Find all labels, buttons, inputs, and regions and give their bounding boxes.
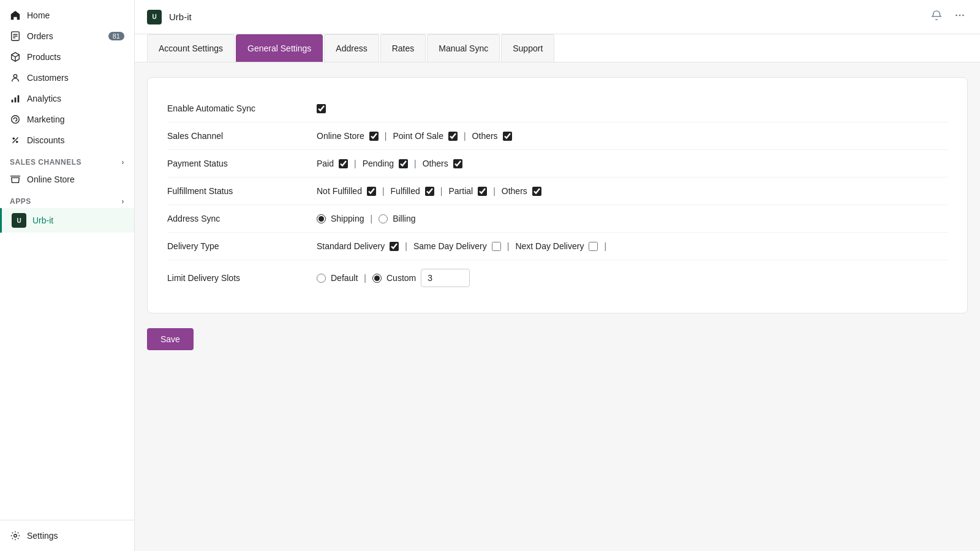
partial-checkbox[interactable] [478, 187, 487, 196]
sidebar-item-urb-it-label: Urb-it [32, 216, 53, 225]
products-icon [10, 51, 21, 62]
separator-4: | [414, 159, 417, 168]
sidebar-item-customers[interactable]: Customers [0, 67, 134, 88]
tab-rates[interactable]: Rates [380, 34, 426, 62]
not-fulfilled-text: Not Fulfilled [317, 186, 362, 196]
separator-5: | [382, 186, 385, 196]
standard-delivery-checkbox[interactable] [390, 242, 399, 251]
fulfillment-status-value: Not Fulfilled | Fulfilled | Partial | Ot… [317, 186, 541, 196]
limit-delivery-slots-label: Limit Delivery Slots [167, 273, 302, 283]
point-of-sale-text: Point Of Sale [393, 131, 443, 141]
online-store-checkbox[interactable] [369, 132, 379, 141]
same-day-delivery-text: Same Day Delivery [413, 241, 487, 251]
separator-7: | [493, 186, 496, 196]
payment-status-row: Payment Status Paid | Pending | Others [167, 150, 948, 178]
others-ps-checkbox[interactable] [453, 159, 462, 168]
sidebar-item-settings-label: Settings [27, 531, 58, 541]
sidebar-item-analytics-label: Analytics [27, 94, 61, 103]
sidebar-item-home-label: Home [27, 10, 50, 20]
address-sync-row: Address Sync Shipping | Billing [167, 205, 948, 233]
sidebar-item-orders[interactable]: Orders 81 [0, 26, 134, 47]
topbar-app-name: Urb-it [169, 12, 192, 22]
fulfilled-text: Fulfilled [391, 186, 420, 196]
others-sc-checkbox[interactable] [503, 132, 512, 141]
sidebar-item-analytics[interactable]: Analytics [0, 88, 134, 109]
online-store-text: Online Store [317, 131, 364, 141]
separator-10: | [507, 241, 510, 251]
svg-point-18 [962, 15, 964, 17]
sidebar-item-urb-it[interactable]: U Urb-it [0, 208, 134, 233]
sidebar-item-discounts[interactable]: Discounts [0, 130, 134, 151]
limit-delivery-slots-value: Default | Custom [317, 269, 470, 287]
custom-slots-input[interactable] [421, 269, 470, 287]
tab-general-settings[interactable]: General Settings [236, 34, 323, 62]
tab-account-settings[interactable]: Account Settings [147, 34, 235, 62]
address-sync-label: Address Sync [167, 214, 302, 223]
enable-automatic-sync-label: Enable Automatic Sync [167, 103, 302, 113]
sidebar-item-marketing-label: Marketing [27, 114, 64, 124]
enable-automatic-sync-value [317, 104, 326, 113]
tab-address[interactable]: Address [324, 34, 379, 62]
sales-channel-value: Online Store | Point Of Sale | Others [317, 131, 512, 141]
sidebar-item-products-label: Products [27, 52, 61, 62]
topbar-app-icon: U [147, 10, 162, 24]
delivery-type-row: Delivery Type Standard Delivery | Same D… [167, 233, 948, 260]
svg-point-7 [13, 75, 17, 78]
svg-line-5 [12, 54, 15, 57]
home-icon [10, 10, 21, 21]
fulfilled-checkbox[interactable] [425, 187, 434, 196]
default-slots-radio[interactable] [317, 274, 326, 283]
standard-delivery-text: Standard Delivery [317, 241, 385, 251]
sales-channels-chevron[interactable]: › [122, 158, 125, 167]
others-sc-text: Others [472, 131, 498, 141]
svg-rect-9 [15, 97, 17, 102]
sidebar-item-marketing[interactable]: Marketing [0, 109, 134, 130]
separator-3: | [354, 159, 356, 168]
marketing-icon [10, 114, 21, 125]
custom-slots-radio[interactable] [372, 274, 382, 283]
enable-automatic-sync-checkbox[interactable] [317, 104, 326, 113]
separator-9: | [405, 241, 407, 251]
billing-radio[interactable] [379, 214, 388, 223]
svg-line-6 [15, 54, 19, 57]
paid-checkbox[interactable] [339, 159, 348, 168]
tab-manual-sync[interactable]: Manual Sync [427, 34, 500, 62]
same-day-delivery-checkbox[interactable] [492, 242, 501, 251]
point-of-sale-checkbox[interactable] [448, 132, 458, 141]
sidebar: Home Orders 81 Products Customers [0, 0, 135, 551]
analytics-icon [10, 93, 21, 104]
general-settings-card: Enable Automatic Sync Sales Channel Onli… [147, 77, 968, 313]
settings-icon [10, 530, 21, 541]
bell-button[interactable] [929, 7, 944, 26]
next-day-delivery-checkbox[interactable] [589, 242, 598, 251]
shipping-text: Shipping [331, 214, 364, 223]
tab-support[interactable]: Support [501, 34, 554, 62]
sidebar-item-online-store[interactable]: Online Store [0, 169, 134, 190]
separator-1: | [385, 131, 387, 141]
others-fs-checkbox[interactable] [532, 187, 541, 196]
topbar-actions [929, 7, 968, 26]
sidebar-item-online-store-label: Online Store [27, 174, 75, 184]
payment-status-label: Payment Status [167, 159, 302, 168]
more-actions-button[interactable] [952, 7, 968, 26]
sidebar-item-settings[interactable]: Settings [0, 525, 134, 546]
apps-chevron[interactable]: › [122, 197, 125, 206]
svg-point-13 [16, 141, 18, 143]
limit-delivery-slots-row: Limit Delivery Slots Default | Custom [167, 260, 948, 296]
orders-icon [10, 31, 21, 42]
store-icon [10, 174, 21, 185]
custom-slots-text: Custom [386, 273, 416, 283]
billing-text: Billing [393, 214, 415, 223]
address-sync-value: Shipping | Billing [317, 214, 416, 223]
not-fulfilled-checkbox[interactable] [367, 187, 376, 196]
payment-status-value: Paid | Pending | Others [317, 159, 462, 168]
pending-checkbox[interactable] [399, 159, 408, 168]
enable-automatic-sync-row: Enable Automatic Sync [167, 95, 948, 122]
shipping-radio[interactable] [317, 214, 326, 223]
sidebar-bottom: Settings [0, 520, 134, 551]
sidebar-item-products[interactable]: Products [0, 47, 134, 67]
svg-rect-8 [12, 100, 13, 103]
sidebar-item-home[interactable]: Home [0, 5, 134, 26]
main-content: U Urb-it Account Settings General Settin… [135, 0, 980, 551]
save-button[interactable]: Save [147, 328, 194, 350]
